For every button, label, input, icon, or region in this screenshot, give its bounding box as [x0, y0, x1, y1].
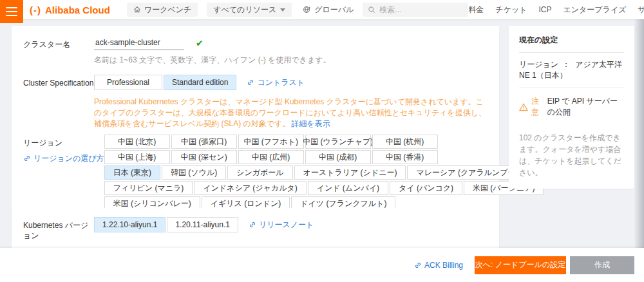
page-background: クラスター名 ✔ 名前は 1~63 文字で、英数字、漢字、ハイフン (-) を使…	[0, 19, 644, 248]
valid-check-icon: ✔	[196, 38, 204, 48]
region-option[interactable]: 中国 (深セン)	[171, 150, 237, 164]
region-option[interactable]: シンガポール	[227, 165, 292, 180]
cluster-name-help-text: 名前は 1~63 文字で、英数字、漢字、ハイフン (-) を使用できます。	[94, 55, 488, 66]
spec-contrast-label: コントラスト	[257, 77, 305, 88]
logo-bracket-icon: (-)	[30, 5, 41, 15]
globe-icon	[302, 5, 311, 14]
kubernetes-version-card: Kubernetes バージョン 1.22.10-aliyun.1 1.20.1…	[12, 208, 499, 250]
sidebar-region-line: リージョン：アジア太平洋NE 1（日本）	[519, 53, 624, 88]
workbench-button[interactable]: ワークベンチ	[127, 3, 198, 17]
spec-note-text: Professional Kubernetes クラスターは、マネージド型 Ku…	[94, 97, 487, 129]
region-option[interactable]: インドネシア (ジャカルタ)	[194, 181, 306, 195]
chevron-down-icon	[280, 8, 285, 12]
logo-text: Alibaba Cloud	[45, 5, 110, 15]
current-settings-panel: 現在の設定 リージョン：アジア太平洋NE 1（日本） 注意 EIP で API …	[509, 26, 634, 189]
cluster-name-input[interactable]	[94, 36, 184, 50]
region-grid: 中国 (北京) 中国 (張家口) 中国 (フフホト) 中国 (ウランチャブ) 中…	[104, 135, 488, 212]
k8s-version-row: Kubernetes バージョン 1.22.10-aliyun.1 1.20.1…	[23, 217, 488, 241]
sidebar-region-label: リージョン	[519, 60, 558, 69]
nav-tickets[interactable]: チケット	[495, 5, 527, 15]
region-option[interactable]: 中国 (フフホト)	[238, 135, 304, 149]
search-icon	[368, 6, 375, 14]
region-option[interactable]: 中国 (北京)	[104, 135, 170, 149]
region-grid-row: 中国 (上海) 中国 (深セン) 中国 (広州) 中国 (成都) 中国 (香港)	[104, 150, 488, 164]
ack-billing-label: ACK Billing	[424, 261, 463, 270]
link-icon	[249, 221, 256, 229]
spec-note-details-link[interactable]: 詳細を表示	[291, 118, 330, 129]
region-row: リージョン リージョンの選び方 中国 (北京) 中国 (張家口) 中国 (フフホ…	[23, 135, 488, 212]
current-settings-title: 現在の設定	[519, 35, 624, 53]
spec-option-professional[interactable]: Professional	[94, 75, 162, 90]
wizard-footer-bar: ACK Billing 次へ: ノードプールの設定 作成	[0, 248, 644, 282]
region-option[interactable]: 中国 (ウランチャブ)	[305, 135, 371, 149]
create-button[interactable]: 作成	[570, 256, 634, 274]
hamburger-menu-icon[interactable]	[0, 0, 23, 23]
spec-note-body: Professional Kubernetes クラスターは、マネージド型 Ku…	[94, 97, 486, 128]
region-option[interactable]: 中国 (成都)	[305, 150, 371, 164]
ack-billing-link[interactable]: ACK Billing	[414, 261, 463, 270]
release-notes-label: リリースノート	[259, 220, 314, 230]
region-grid-row: 中国 (北京) 中国 (張家口) 中国 (フフホト) 中国 (ウランチャブ) 中…	[104, 135, 488, 149]
region-option[interactable]: 中国 (上海)	[104, 150, 170, 164]
warning-tag: 注意	[531, 96, 544, 118]
link-icon	[23, 155, 31, 162]
home-icon	[133, 6, 141, 14]
cluster-spec-label: Cluster Specification	[23, 75, 94, 88]
top-navigation-bar: (-) Alibaba Cloud ワークベンチ すべてのリソース グローバル …	[0, 0, 644, 19]
region-option[interactable]: 中国 (広州)	[238, 150, 304, 164]
next-node-pool-button[interactable]: 次へ: ノードプールの設定	[475, 256, 566, 274]
alibaba-cloud-logo[interactable]: (-) Alibaba Cloud	[30, 5, 110, 15]
cluster-spec-row: Cluster Specification Professional Stand…	[23, 75, 488, 129]
region-guide-link[interactable]: リージョンの選び方	[23, 153, 104, 164]
region-option-selected[interactable]: 日本 (東京)	[104, 165, 160, 180]
all-resources-label: すべてのリソース	[213, 5, 276, 15]
release-notes-link[interactable]: リリースノート	[249, 220, 314, 230]
sidebar-warning-line: 注意 EIP で API サーバーの公開	[519, 96, 624, 118]
spec-option-standard[interactable]: Standard edition	[164, 75, 236, 90]
global-label: グローバル	[314, 5, 354, 15]
k8s-version-option-120[interactable]: 1.20.11-aliyun.1	[167, 217, 238, 232]
cluster-name-row: クラスター名 ✔ 名前は 1~63 文字で、英数字、漢字、ハイフン (-) を使…	[23, 36, 488, 66]
right-edge-shadow	[634, 19, 644, 248]
link-icon	[414, 261, 422, 269]
nav-support[interactable]: サポート	[638, 5, 644, 15]
k8s-version-label: Kubernetes バージョン	[23, 217, 94, 241]
region-guide-label: リージョンの選び方	[33, 153, 104, 164]
region-grid-row: フィリピン (マニラ) インドネシア (ジャカルタ) インド (ムンバイ) タイ…	[104, 181, 488, 195]
link-icon	[247, 79, 254, 86]
quota-text: 102 のクラスターを作成できます。クォータを増やす場合は、チケットを起票してく…	[519, 132, 624, 178]
cluster-name-label: クラスター名	[23, 36, 94, 50]
topbar-right-nav: 料金 チケット ICP エンタープライズ サポート ? 日本語	[468, 5, 644, 15]
workbench-label: ワークベンチ	[144, 5, 191, 15]
k8s-version-option-122[interactable]: 1.22.10-aliyun.1	[94, 217, 166, 232]
region-option[interactable]: 中国 (杭州)	[372, 135, 438, 149]
all-resources-dropdown[interactable]: すべてのリソース	[207, 3, 292, 17]
search-box[interactable]	[363, 3, 468, 17]
region-option[interactable]: 韓国 (ソウル)	[162, 165, 226, 180]
global-region-selector[interactable]: グローバル	[302, 5, 354, 15]
search-input[interactable]	[379, 5, 463, 14]
region-option[interactable]: オーストラリア (シドニー)	[294, 165, 406, 180]
nav-icp[interactable]: ICP	[538, 5, 551, 14]
region-option[interactable]: インド (ムンバイ)	[308, 181, 388, 195]
region-option[interactable]: フィリピン (マニラ)	[104, 181, 193, 195]
nav-enterprise[interactable]: エンタープライズ	[563, 5, 626, 15]
warning-text: EIP で API サーバーの公開	[547, 96, 624, 118]
spec-contrast-link[interactable]: コントラスト	[247, 77, 305, 88]
nav-pricing[interactable]: 料金	[468, 5, 484, 15]
warning-triangle-icon	[519, 103, 528, 111]
region-grid-row: 日本 (東京) 韓国 (ソウル) シンガポール オーストラリア (シドニー) マ…	[104, 165, 488, 180]
region-option[interactable]: タイ (バンコク)	[390, 181, 462, 195]
sidebar-region-separator: ：	[562, 59, 570, 70]
region-option[interactable]: 中国 (香港)	[372, 150, 438, 164]
region-label: リージョン	[23, 138, 104, 148]
region-option[interactable]: 中国 (張家口)	[171, 135, 237, 149]
